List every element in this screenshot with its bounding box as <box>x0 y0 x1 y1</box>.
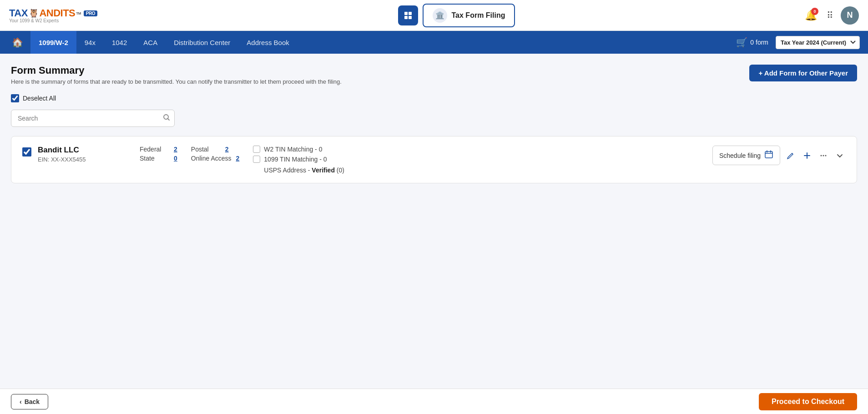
online-access-count-row: Online Access 2 <box>191 155 240 162</box>
logo-tm: TM <box>76 11 81 15</box>
payer-actions: Schedule filing <box>712 146 846 165</box>
federal-label: Federal <box>140 146 169 153</box>
calendar-icon <box>764 150 773 161</box>
search-icon-button[interactable] <box>163 114 170 123</box>
edit-icon <box>787 151 795 160</box>
add-button[interactable] <box>801 150 813 162</box>
logo-subtitle: Your 1099 & W2 Experts <box>9 18 59 23</box>
search-input[interactable] <box>11 110 175 127</box>
logo-bandits: ANDITS <box>39 7 75 19</box>
tin1099-row: 1099 TIN Matching - 0 <box>253 156 362 163</box>
tax-year-wrapper: Tax Year 2024 (Current) <box>776 36 860 49</box>
online-access-label: Online Access <box>191 155 232 162</box>
logo-pro: PRO <box>84 10 97 16</box>
home-icon[interactable]: 🏠 <box>5 37 30 48</box>
ellipsis-icon <box>819 151 828 160</box>
payer-ein: EIN: XX-XXX5455 <box>38 156 129 163</box>
federal-count-row: Federal 2 <box>140 146 177 153</box>
logo-area: TAX 🦉 ANDITS TM PRO Your 1099 & W2 Exper… <box>9 7 97 23</box>
chevron-down-icon <box>836 151 844 160</box>
svg-rect-6 <box>765 151 772 158</box>
form-summary-title: Form Summary <box>11 65 342 76</box>
usps-verified: Verified <box>312 167 335 174</box>
proceed-to-checkout-button[interactable]: Proceed to Checkout <box>759 393 857 410</box>
online-access-count[interactable]: 2 <box>236 155 240 162</box>
edit-button[interactable] <box>785 150 797 162</box>
back-label: Back <box>25 398 40 405</box>
header: TAX 🦉 ANDITS TM PRO Your 1099 & W2 Exper… <box>0 0 868 31</box>
cart-area[interactable]: 🛒 0 form <box>729 37 776 48</box>
postal-label: Postal <box>191 146 221 153</box>
back-arrow-icon: ‹ <box>20 398 22 405</box>
w2-tin-checkbox[interactable] <box>253 146 260 153</box>
cart-icon: 🛒 <box>736 37 747 48</box>
svg-point-13 <box>823 155 824 156</box>
tax-form-filing-button[interactable]: 🏛️ Tax Form Filing <box>423 4 515 27</box>
payer-name: Bandit LLC <box>38 146 129 155</box>
expand-button[interactable] <box>834 150 846 162</box>
svg-rect-1 <box>409 12 412 15</box>
tax-year-select[interactable]: Tax Year 2024 (Current) <box>776 36 859 49</box>
footer: ‹ Back Proceed to Checkout <box>0 389 868 414</box>
form-summary-subtitle: Here is the summary of forms that are re… <box>11 78 342 85</box>
form-summary-text: Form Summary Here is the summary of form… <box>11 65 342 85</box>
deselect-all-checkbox[interactable] <box>11 94 19 102</box>
notification-bell-button[interactable]: 🔔 0 <box>802 7 819 24</box>
tin1099-checkbox[interactable] <box>253 156 260 163</box>
form-summary-header: Form Summary Here is the summary of form… <box>11 65 857 85</box>
back-button[interactable]: ‹ Back <box>11 394 48 409</box>
more-options-button[interactable] <box>818 150 829 162</box>
deselect-all-label[interactable]: Deselect All <box>23 95 56 102</box>
nav-item-1042[interactable]: 1042 <box>104 31 135 54</box>
schedule-filing-label: Schedule filing <box>719 152 761 159</box>
payer-card: Bandit LLC EIN: XX-XXX5455 Federal 2 Sta… <box>11 136 857 183</box>
grid-square-icon <box>404 11 413 20</box>
state-count[interactable]: 0 <box>174 155 177 162</box>
payer-counts-right: Postal 2 Online Access 2 <box>191 146 240 162</box>
federal-count[interactable]: 2 <box>174 146 177 153</box>
app-grid-button[interactable]: ⠿ <box>827 10 833 21</box>
tax-form-filing-label: Tax Form Filing <box>452 11 505 20</box>
tin-matching-area: W2 TIN Matching - 0 1099 TIN Matching - … <box>253 146 362 174</box>
usps-count: (0) <box>337 167 344 174</box>
svg-rect-0 <box>404 12 408 15</box>
nav-item-address-book[interactable]: Address Book <box>238 31 297 54</box>
logo-tax: TAX <box>9 7 28 19</box>
payer-counts-left: Federal 2 State 0 <box>140 146 177 162</box>
payer-checkbox[interactable] <box>22 147 31 157</box>
svg-point-12 <box>821 155 822 156</box>
nav-item-1099-w2[interactable]: 1099/W-2 <box>30 31 76 54</box>
search-icon <box>163 114 170 121</box>
postal-count-row: Postal 2 <box>191 146 240 153</box>
schedule-filing-button[interactable]: Schedule filing <box>712 146 780 165</box>
deselect-row: Deselect All <box>11 94 857 102</box>
notification-badge: 0 <box>811 8 818 15</box>
state-count-row: State 0 <box>140 155 177 162</box>
avatar[interactable]: N <box>841 6 859 25</box>
grid-square-button[interactable] <box>398 5 418 25</box>
svg-point-14 <box>825 155 827 156</box>
postal-count[interactable]: 2 <box>225 146 229 153</box>
nav-item-aca[interactable]: ACA <box>135 31 166 54</box>
tax-form-icon: 🏛️ <box>433 8 447 23</box>
w2-tin-row: W2 TIN Matching - 0 <box>253 146 362 153</box>
usps-row: USPS Address - Verified (0) <box>253 167 362 174</box>
svg-rect-2 <box>404 16 408 19</box>
header-right: 🔔 0 ⠿ N <box>802 6 859 25</box>
nav-item-94x[interactable]: 94x <box>76 31 104 54</box>
add-form-other-payer-button[interactable]: + Add Form for Other Payer <box>749 65 857 81</box>
navbar: 🏠 1099/W-2 94x 1042 ACA Distribution Cen… <box>0 31 868 54</box>
header-center: 🏛️ Tax Form Filing <box>111 4 802 27</box>
svg-rect-3 <box>409 16 412 19</box>
plus-icon <box>803 151 811 160</box>
svg-line-5 <box>168 119 170 121</box>
owl-icon: 🦉 <box>29 8 39 18</box>
w2-tin-label: W2 TIN Matching - 0 <box>264 146 322 153</box>
main-content: Form Summary Here is the summary of form… <box>0 54 868 414</box>
nav-item-distribution-center[interactable]: Distribution Center <box>166 31 238 54</box>
search-wrapper <box>11 110 175 127</box>
logo: TAX 🦉 ANDITS TM PRO <box>9 7 97 19</box>
state-label: State <box>140 155 169 162</box>
cart-count: 0 form <box>750 39 768 46</box>
tin1099-label: 1099 TIN Matching - 0 <box>264 156 327 163</box>
